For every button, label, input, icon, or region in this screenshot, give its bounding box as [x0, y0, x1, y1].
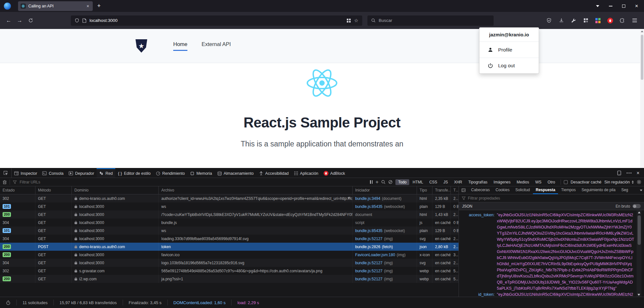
initiator-link[interactable]: bundle.js:85435 — [355, 204, 383, 209]
network-request-row[interactable]: 302GETs.gravatar.com565e0912748b549d4885… — [0, 267, 459, 275]
network-request-row[interactable]: 200GETlocalhost:3000favicon.icoFaviconLo… — [0, 251, 459, 259]
clear-requests-trash-icon[interactable] — [3, 180, 7, 184]
bookmark-star-icon[interactable]: ☆ — [354, 18, 358, 23]
network-request-row[interactable]: 304GETlocalhost:3000bundle.jsscriptjsen … — [0, 219, 459, 227]
add-request-icon[interactable]: + — [375, 180, 378, 185]
extensions-grid-icon[interactable] — [581, 16, 591, 25]
reload-button[interactable] — [25, 15, 36, 26]
detail-tab-cabeceras[interactable]: Cabeceras — [468, 186, 493, 194]
load-time[interactable]: load: 2,29 s — [232, 300, 265, 305]
filter-urls-input[interactable]: Filtrar URLs — [20, 180, 40, 184]
detail-tab-cookies[interactable]: Cookies — [493, 186, 512, 194]
column-header-t-[interactable]: T… — [451, 186, 459, 194]
puzzle-piece-icon[interactable] — [618, 16, 627, 25]
disable-cache-label[interactable]: Desactivar caché — [571, 180, 601, 184]
filter-pill-tipograf-as[interactable]: Tipografías — [466, 179, 490, 185]
network-settings-gear-icon[interactable] — [637, 180, 641, 184]
initiator-link[interactable]: bundle.js:3494 — [355, 196, 380, 201]
url-text[interactable]: localhost:3000 — [90, 18, 118, 23]
scrollbar-thumb[interactable] — [638, 215, 641, 245]
detail-tab-respuesta[interactable]: Respuesta — [533, 186, 558, 194]
filter-pill-css[interactable]: CSS — [427, 179, 440, 185]
scroll-up-arrow-icon[interactable] — [641, 31, 643, 32]
minimize-button[interactable] — [609, 6, 612, 6]
developer-wrench-icon[interactable] — [569, 16, 578, 25]
protections-shield-icon[interactable] — [544, 16, 554, 25]
block-requests-icon[interactable] — [388, 180, 393, 184]
filter-pill-js[interactable]: JS — [441, 179, 450, 185]
json-property[interactable]: id_token:"eyJhbGciOiJSUzI1NiIsInR5cCI6Ik… — [459, 292, 634, 297]
devtools-tab-memoria[interactable]: Memoria — [187, 168, 215, 178]
adblock-icon[interactable] — [605, 16, 615, 25]
json-scrollbar[interactable] — [637, 210, 641, 297]
browser-tab[interactable]: Calling an API × — [18, 1, 93, 11]
devtools-tab-rendimiento[interactable]: Rendimiento — [153, 168, 187, 178]
devtools-tab-aplicaci-n[interactable]: Aplicación — [291, 168, 321, 178]
detail-tab-solicitud[interactable]: Solicitud — [512, 186, 533, 194]
filter-properties-input[interactable]: Filtrar propiedades — [468, 196, 500, 201]
initiator-link[interactable]: bundle.js:52127 — [355, 237, 383, 241]
detail-tab-seguimiento-de-pila[interactable]: Seguimiento de pila — [579, 186, 618, 194]
column-header-iniciador[interactable]: Iniciador — [353, 186, 417, 194]
filter-pill-todo[interactable]: Todo — [395, 179, 409, 185]
list-tabs-chevron-icon[interactable] — [596, 5, 599, 7]
apps-colorgrid-icon[interactable] — [593, 16, 603, 25]
column-header-tipo[interactable]: Tipo — [417, 186, 432, 194]
search-bar[interactable]: Buscar — [367, 15, 494, 26]
network-request-row[interactable]: 302GETdemo-kranio.us.auth0.comauthorize?… — [0, 194, 459, 202]
initiator-link[interactable]: bundle.js:52127 — [355, 261, 383, 265]
initiator-link[interactable]: bundle.js:52127 — [355, 277, 383, 281]
network-request-row[interactable]: 101GETlocalhost:3000wsbundle.js:85435(we… — [0, 202, 459, 210]
devtools-tab-depurador[interactable]: Depurador — [66, 168, 97, 178]
raw-toggle-switch[interactable] — [632, 204, 641, 208]
filter-pill-xhr[interactable]: XHR — [451, 179, 465, 185]
network-request-row[interactable]: 200POSTdemo-kranio.us.auth0.comtokenbund… — [0, 243, 459, 251]
devtools-meatball-menu-icon[interactable] — [627, 173, 631, 173]
initiator-link[interactable]: bundle.js:85435 — [355, 229, 383, 233]
scroll-down-arrow-icon[interactable] — [638, 294, 640, 296]
menu-item-logout[interactable]: Log out — [479, 58, 539, 73]
nav-link-home[interactable]: Home — [173, 41, 187, 51]
devtools-tab-inspector[interactable]: Inspector — [12, 168, 40, 178]
pause-traffic-icon[interactable] — [370, 180, 373, 184]
network-request-row[interactable]: 101GETlocalhost:3000wsbundle.js:85435(we… — [0, 227, 459, 235]
column-header-transfe-[interactable]: Transfe… — [432, 186, 451, 194]
devtools-close-icon[interactable]: × — [637, 170, 639, 176]
pick-element-icon[interactable] — [0, 168, 12, 178]
initiator-link[interactable]: bundle.js:2826 — [355, 245, 380, 249]
detail-tabs-overflow-icon[interactable] — [638, 186, 644, 194]
network-request-row[interactable]: 304GETlocalhost:3000loading.330b7d99bfba… — [0, 235, 459, 243]
split-panel-icon[interactable] — [459, 186, 468, 194]
shortcuts-grid-icon[interactable] — [346, 18, 351, 23]
address-bar[interactable]: localhost:3000 ☆ — [71, 15, 362, 26]
responsive-mode-icon[interactable] — [617, 171, 621, 175]
initiator-link[interactable]: bundle.js:52127 — [355, 269, 383, 273]
devtools-tab-adblock[interactable]: AdBlock — [321, 168, 348, 178]
initiator-link[interactable]: FaviconLoader.jsm:180 — [355, 253, 395, 257]
maximize-button[interactable] — [622, 5, 625, 8]
devtools-tab-editor-de-estilo[interactable]: { }Editor de estilo — [115, 168, 153, 178]
forward-button[interactable]: → — [14, 15, 25, 26]
auth0-logo-icon[interactable]: ★ — [135, 39, 147, 53]
nav-link-external-api[interactable]: External API — [202, 41, 231, 51]
column-header-dominio[interactable]: Dominio — [72, 186, 159, 194]
column-header-m-todo[interactable]: Método — [35, 186, 72, 194]
menu-hamburger-icon[interactable] — [630, 16, 639, 25]
tracking-shield-icon[interactable] — [75, 18, 79, 23]
filter-pill-im-genes[interactable]: Imágenes — [491, 179, 513, 185]
search-requests-icon[interactable] — [381, 180, 385, 184]
filter-pill-medios[interactable]: Medios — [514, 179, 532, 185]
new-tab-button[interactable]: + — [97, 3, 101, 9]
scrollbar-thumb[interactable] — [641, 35, 643, 80]
domcontentloaded-time[interactable]: DOMContentLoaded: 1,60 s — [168, 300, 232, 305]
filter-pill-html[interactable]: HTML — [410, 179, 426, 185]
throttling-select[interactable]: Sin regulación — [604, 180, 634, 184]
network-request-row[interactable]: 304GETlocalhost:3000logo.103b5fa18196d56… — [0, 259, 459, 267]
menu-item-profile[interactable]: Profile — [479, 42, 539, 58]
json-property[interactable]: access_token:"eyJhbGciOiJSUzI1NiIsInR5cC… — [459, 212, 634, 292]
column-header-estado[interactable]: Estado — [0, 186, 35, 194]
devtools-tab-red[interactable]: Red — [97, 168, 115, 178]
page-scrollbar[interactable] — [640, 29, 644, 168]
devtools-tab-consola[interactable]: Consola — [40, 168, 66, 178]
scroll-up-arrow-icon[interactable] — [638, 211, 640, 213]
